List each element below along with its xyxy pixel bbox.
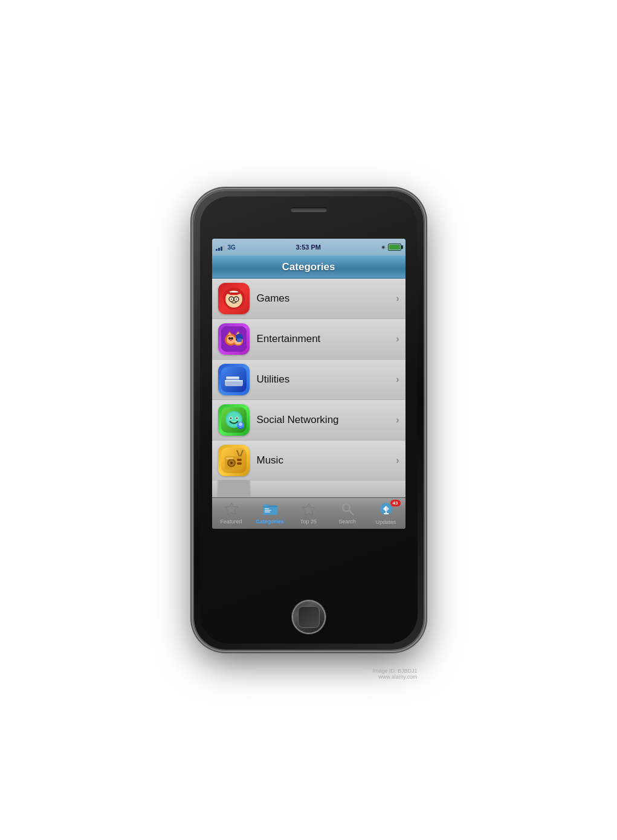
chevron-icon-music: › (396, 455, 399, 466)
updates-badge: 43 (390, 500, 401, 506)
svg-point-51 (230, 462, 233, 464)
status-left: 3G (216, 244, 236, 251)
battery-icon (388, 244, 401, 251)
network-type: 3G (228, 244, 236, 251)
status-time: 3:53 PM (296, 244, 321, 251)
tab-label-search: Search (338, 519, 356, 525)
svg-rect-4 (230, 291, 238, 292)
svg-rect-5 (230, 292, 238, 293)
svg-point-11 (231, 299, 232, 300)
speaker-grill (291, 207, 327, 212)
svg-rect-35 (225, 380, 243, 381)
main-content: Games › (212, 279, 405, 497)
tab-label-updates: Updates (376, 519, 396, 525)
category-icon-music (218, 445, 250, 476)
status-bar: 3G 3:53 PM ✴ (212, 239, 405, 256)
svg-point-45 (239, 422, 242, 426)
svg-rect-62 (264, 509, 271, 510)
tab-label-categories: Categories (256, 519, 284, 525)
svg-rect-63 (264, 511, 270, 512)
svg-rect-60 (263, 504, 269, 506)
svg-line-66 (349, 511, 353, 514)
tab-bar: Featured (212, 497, 405, 529)
svg-marker-64 (303, 503, 315, 515)
top25-icon (302, 503, 315, 517)
svg-rect-28 (237, 338, 242, 342)
chevron-icon-social: › (396, 415, 399, 425)
svg-rect-53 (237, 462, 242, 465)
category-item-games[interactable]: Games › (212, 279, 405, 319)
category-item-partial[interactable] (212, 480, 405, 497)
phone-screen: 3G 3:53 PM ✴ Categories (212, 239, 405, 529)
signal-bar-4 (223, 245, 225, 251)
svg-marker-57 (225, 503, 237, 514)
status-right: ✴ (381, 244, 401, 251)
category-item-utilities[interactable]: Utilities › (212, 360, 405, 400)
tab-label-top25: Top 25 (300, 519, 317, 525)
battery-fill (389, 245, 400, 250)
navigation-bar: Categories (212, 256, 405, 279)
home-button[interactable] (293, 601, 325, 633)
svg-point-12 (236, 299, 237, 300)
page-title: Categories (282, 261, 335, 273)
category-label-utilities: Utilities (257, 373, 389, 386)
phone-body: 3G 3:53 PM ✴ Categories (200, 196, 418, 644)
chevron-icon-utilities: › (396, 374, 399, 385)
watermark-line1: Image ID: BJBDJ1 (372, 668, 417, 674)
search-icon (341, 503, 354, 517)
signal-bar-3 (221, 247, 222, 251)
categories-icon (263, 503, 277, 517)
tab-search[interactable]: Search (328, 498, 367, 529)
category-item-social[interactable]: Social Networking › (212, 400, 405, 441)
category-label-entertainment: Entertainment (257, 333, 389, 345)
bluetooth-icon: ✴ (381, 244, 386, 251)
featured-icon (225, 502, 238, 517)
category-icon-entertainment (218, 323, 250, 355)
svg-point-65 (343, 504, 350, 511)
signal-bar-1 (216, 249, 218, 251)
signal-bars (216, 244, 225, 251)
watermark-line2: www.alamy.com (372, 674, 417, 680)
category-label-social: Social Networking (257, 414, 389, 426)
category-icon-games (218, 283, 250, 314)
tab-featured[interactable]: Featured (212, 498, 251, 529)
tab-updates[interactable]: 43 Updates (367, 498, 405, 529)
category-label-music: Music (257, 454, 389, 467)
chevron-icon-games: › (396, 293, 399, 304)
svg-point-43 (236, 417, 237, 419)
category-icon-utilities (218, 364, 250, 395)
chevron-icon-entertainment: › (396, 334, 399, 344)
svg-rect-56 (226, 457, 233, 459)
signal-bar-2 (218, 248, 220, 251)
home-button-area (293, 601, 325, 633)
category-item-music[interactable]: Music › (212, 441, 405, 481)
category-label-games: Games (257, 292, 389, 305)
svg-rect-34 (226, 377, 239, 378)
svg-point-42 (230, 417, 231, 419)
home-button-inner (298, 606, 320, 628)
tab-categories[interactable]: Categories (251, 498, 289, 529)
category-icon-social (218, 404, 250, 436)
svg-rect-61 (264, 508, 268, 509)
svg-point-23 (228, 337, 231, 340)
svg-rect-52 (237, 459, 242, 461)
phone-device: 3G 3:53 PM ✴ Categories (194, 190, 424, 650)
svg-point-24 (231, 337, 233, 340)
svg-point-26 (230, 340, 232, 341)
tab-top25[interactable]: Top 25 (289, 498, 328, 529)
category-item-entertainment[interactable]: Entertainment › (212, 319, 405, 360)
tab-label-featured: Featured (220, 519, 242, 525)
watermark: Image ID: BJBDJ1 www.alamy.com (372, 668, 417, 680)
